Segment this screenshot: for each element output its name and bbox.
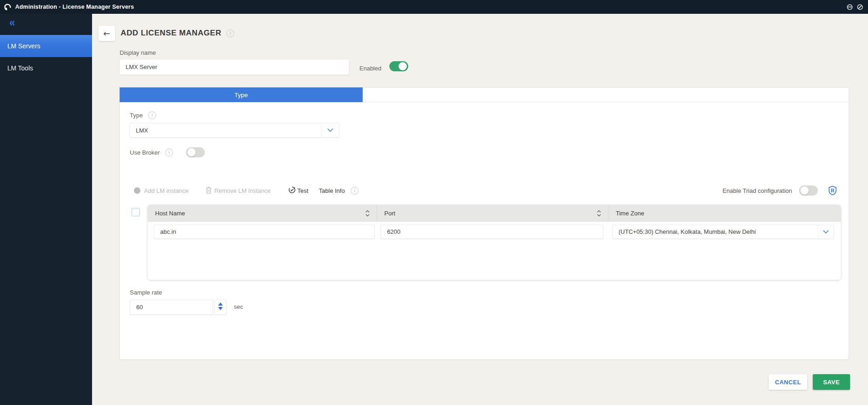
sidebar-collapse-icon[interactable]: « <box>9 17 15 28</box>
type-field-label-row: Type <box>130 111 156 119</box>
type-panel: Type Type LMX Use Broker Add LM instance <box>119 87 849 360</box>
remove-lm-instance-label: Remove LM instance <box>214 187 271 194</box>
back-button[interactable] <box>98 26 115 41</box>
port-input[interactable] <box>381 225 603 239</box>
test-refresh-icon <box>288 186 296 195</box>
tab-row: Type <box>120 87 849 102</box>
enabled-label: Enabled <box>359 65 382 72</box>
sample-rate-stepper[interactable] <box>214 300 226 315</box>
sample-rate-input[interactable] <box>130 300 213 315</box>
table-info-label: Table Info <box>319 187 345 194</box>
column-header-time-zone[interactable]: Time Zone <box>608 205 841 222</box>
sort-icon[interactable] <box>596 210 602 217</box>
column-header-port[interactable]: Port <box>377 205 608 222</box>
display-name-label: Display name <box>120 49 156 56</box>
type-info-icon[interactable] <box>148 111 156 119</box>
use-broker-label: Use Broker <box>130 149 160 156</box>
toggle-knob <box>800 186 809 195</box>
add-lm-instance-label: Add LM instance <box>144 187 189 194</box>
toggle-knob <box>399 62 407 70</box>
triad-shield-icon[interactable]: R <box>828 185 837 196</box>
table-info-button[interactable]: Table Info <box>319 187 359 195</box>
toggle-knob <box>187 148 196 156</box>
stepper-up-icon[interactable] <box>218 302 223 306</box>
close-icon[interactable] <box>856 3 863 11</box>
tab-type[interactable]: Type <box>120 87 363 102</box>
table-info-icon[interactable] <box>351 187 359 195</box>
display-name-input[interactable] <box>119 59 349 75</box>
timezone-select[interactable]: (UTC+05:30) Chennai, Kolkata, Mumbai, Ne… <box>612 225 834 239</box>
chevron-down-icon <box>818 225 833 238</box>
enabled-toggle[interactable] <box>389 61 408 71</box>
enable-triad-label: Enable Triad configuration <box>723 187 792 194</box>
cancel-button[interactable]: CANCEL <box>769 374 807 390</box>
use-broker-toggle[interactable] <box>186 147 205 157</box>
sidebar-item-label: LM Servers <box>7 42 41 50</box>
sidebar-item-lm-tools[interactable]: LM Tools <box>0 57 92 79</box>
type-select[interactable]: LMX <box>129 123 339 138</box>
lm-instance-table: Host Name Port Time Zone <box>148 205 841 280</box>
page-title-text: ADD LICENSE MANAGER <box>121 29 221 38</box>
use-broker-row: Use Broker <box>130 146 205 158</box>
titlebar: Administration - License Manager Servers <box>0 0 868 14</box>
timezone-value: (UTC+05:30) Chennai, Kolkata, Mumbai, Ne… <box>613 228 818 235</box>
save-button[interactable]: SAVE <box>813 374 850 390</box>
app-logo-icon <box>4 3 12 11</box>
add-circle-icon <box>134 187 140 194</box>
column-header-label: Port <box>384 210 395 217</box>
sample-rate-label: Sample rate <box>130 289 162 296</box>
use-broker-info-icon[interactable] <box>165 149 173 156</box>
sample-rate-unit: sec <box>234 303 243 310</box>
remove-lm-instance-button[interactable]: Remove LM instance <box>206 186 271 195</box>
test-button[interactable]: Test <box>288 186 308 195</box>
type-select-value: LMX <box>130 127 321 134</box>
column-header-host-name[interactable]: Host Name <box>148 205 377 222</box>
sort-icon[interactable] <box>365 210 370 217</box>
page-title: ADD LICENSE MANAGER <box>121 29 234 38</box>
sidebar: « LM Servers LM Tools <box>0 14 92 405</box>
test-label: Test <box>297 187 308 194</box>
stepper-down-icon[interactable] <box>218 307 223 310</box>
sidebar-item-lm-servers[interactable]: LM Servers <box>0 35 92 57</box>
type-label: Type <box>130 112 143 119</box>
minimize-icon[interactable] <box>846 3 853 11</box>
enable-triad-toggle[interactable] <box>799 185 818 196</box>
column-header-label: Time Zone <box>616 210 644 217</box>
table-header-row: Host Name Port Time Zone <box>148 205 841 222</box>
window-controls <box>846 3 863 11</box>
trash-icon <box>206 186 212 195</box>
select-all-checkbox[interactable] <box>132 208 140 216</box>
triad-configuration-group: Enable Triad configuration R <box>723 185 837 196</box>
host-name-input[interactable] <box>154 225 375 239</box>
page-info-icon[interactable] <box>226 29 234 37</box>
chevron-down-icon <box>321 123 339 137</box>
instance-toolbar: Add LM instance Remove LM instance Tes <box>134 185 837 197</box>
add-lm-instance-button[interactable]: Add LM instance <box>134 187 189 194</box>
window-title: Administration - License Manager Servers <box>15 4 134 10</box>
sidebar-item-label: LM Tools <box>7 64 33 72</box>
sidebar-nav: LM Servers LM Tools <box>0 35 92 79</box>
svg-text:R: R <box>831 188 834 193</box>
column-header-label: Host Name <box>155 210 185 217</box>
